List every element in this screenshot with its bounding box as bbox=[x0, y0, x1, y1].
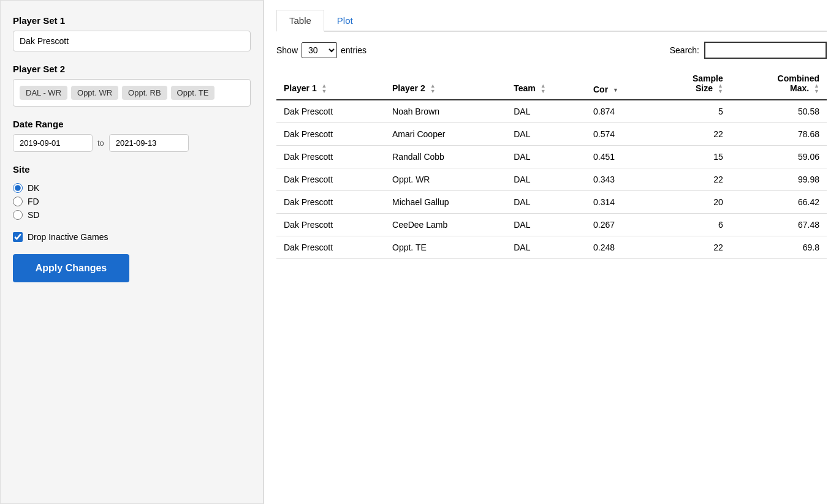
date-from-input[interactable] bbox=[13, 134, 93, 152]
right-panel: Table Plot Show 10 25 30 50 100 entries … bbox=[264, 0, 839, 504]
table-row: Dak Prescott Oppt. TE DAL 0.248 22 69.8 bbox=[276, 236, 827, 259]
cell-cor: 0.574 bbox=[586, 123, 653, 146]
cell-combined-max: 50.58 bbox=[731, 100, 827, 123]
site-radio-dk[interactable] bbox=[13, 183, 23, 193]
cell-player1: Dak Prescott bbox=[276, 214, 385, 236]
date-separator: to bbox=[97, 138, 104, 148]
table-row: Dak Prescott Randall Cobb DAL 0.451 15 5… bbox=[276, 146, 827, 168]
cell-cor: 0.248 bbox=[586, 236, 653, 259]
entries-select[interactable]: 10 25 30 50 100 bbox=[302, 42, 337, 58]
tag-oppt-rb[interactable]: Oppt. RB bbox=[122, 86, 167, 100]
cell-team: DAL bbox=[506, 123, 586, 146]
cell-player2: Amari Cooper bbox=[385, 123, 506, 146]
player-set-1-section: Player Set 1 bbox=[13, 15, 251, 51]
tab-plot[interactable]: Plot bbox=[324, 10, 366, 31]
player-set-1-label: Player Set 1 bbox=[13, 15, 251, 26]
cell-combined-max: 59.06 bbox=[731, 146, 827, 168]
site-radio-fd[interactable] bbox=[13, 197, 23, 206]
cell-combined-max: 78.68 bbox=[731, 123, 827, 146]
cell-team: DAL bbox=[506, 168, 586, 191]
date-range-label: Date Range bbox=[13, 119, 251, 129]
cell-player1: Dak Prescott bbox=[276, 168, 385, 191]
tag-dal-wr[interactable]: DAL - WR bbox=[20, 86, 67, 100]
drop-inactive-checkbox[interactable] bbox=[13, 232, 23, 242]
tag-oppt-wr[interactable]: Oppt. WR bbox=[71, 86, 118, 100]
date-to-input[interactable] bbox=[109, 134, 189, 152]
col-sample-size[interactable]: SampleSize bbox=[653, 69, 730, 100]
site-section: Site DK FD SD bbox=[13, 164, 251, 220]
cell-player1: Dak Prescott bbox=[276, 236, 385, 259]
cell-player1: Dak Prescott bbox=[276, 146, 385, 168]
player-set-1-input[interactable] bbox=[13, 31, 251, 51]
left-panel: Player Set 1 Player Set 2 DAL - WR Oppt.… bbox=[0, 0, 264, 504]
table-row: Dak Prescott CeeDee Lamb DAL 0.267 6 67.… bbox=[276, 214, 827, 236]
player-set-2-tags: DAL - WR Oppt. WR Oppt. RB Oppt. TE bbox=[13, 79, 251, 107]
cell-sample-size: 22 bbox=[653, 168, 730, 191]
col-cor[interactable]: Cor bbox=[586, 69, 653, 100]
search-label: Search: bbox=[670, 45, 699, 55]
controls-row: Show 10 25 30 50 100 entries Search: bbox=[276, 42, 827, 59]
table-row: Dak Prescott Amari Cooper DAL 0.574 22 7… bbox=[276, 123, 827, 146]
site-radio-group: DK FD SD bbox=[13, 183, 251, 220]
drop-inactive-checkbox-row[interactable]: Drop Inactive Games bbox=[13, 232, 251, 242]
cell-player1: Dak Prescott bbox=[276, 100, 385, 123]
site-radio-sd[interactable] bbox=[13, 210, 23, 220]
col-combined-max[interactable]: CombinedMax. bbox=[731, 69, 827, 100]
cell-cor: 0.451 bbox=[586, 146, 653, 168]
date-range-row: to bbox=[13, 134, 251, 152]
cell-player2: Oppt. WR bbox=[385, 168, 506, 191]
cell-sample-size: 22 bbox=[653, 123, 730, 146]
date-range-section: Date Range to bbox=[13, 119, 251, 152]
site-label-fd: FD bbox=[28, 197, 39, 206]
tab-table[interactable]: Table bbox=[276, 10, 324, 32]
player-set-2-label: Player Set 2 bbox=[13, 64, 251, 74]
cell-player1: Dak Prescott bbox=[276, 191, 385, 214]
drop-inactive-label: Drop Inactive Games bbox=[28, 232, 108, 242]
col-team[interactable]: Team bbox=[506, 69, 586, 100]
data-table: Player 1 Player 2 Team bbox=[276, 69, 827, 259]
cell-combined-max: 66.42 bbox=[731, 191, 827, 214]
search-row: Search: bbox=[670, 42, 827, 59]
cell-player2: CeeDee Lamb bbox=[385, 214, 506, 236]
cell-player1: Dak Prescott bbox=[276, 123, 385, 146]
cell-team: DAL bbox=[506, 146, 586, 168]
sort-combined-icon bbox=[814, 83, 819, 94]
cell-combined-max: 99.98 bbox=[731, 168, 827, 191]
sort-cor-icon bbox=[613, 88, 618, 93]
table-row: Dak Prescott Noah Brown DAL 0.874 5 50.5… bbox=[276, 100, 827, 123]
table-row: Dak Prescott Oppt. WR DAL 0.343 22 99.98 bbox=[276, 168, 827, 191]
apply-changes-button[interactable]: Apply Changes bbox=[13, 254, 129, 282]
entries-label: entries bbox=[341, 45, 366, 55]
sort-sample-icon bbox=[718, 83, 723, 94]
table-header-row: Player 1 Player 2 Team bbox=[276, 69, 827, 100]
tag-oppt-te[interactable]: Oppt. TE bbox=[171, 86, 215, 100]
cell-player2: Noah Brown bbox=[385, 100, 506, 123]
sort-player1-icon bbox=[322, 83, 327, 94]
cell-sample-size: 15 bbox=[653, 146, 730, 168]
site-option-fd[interactable]: FD bbox=[13, 197, 251, 206]
cell-sample-size: 5 bbox=[653, 100, 730, 123]
cell-cor: 0.874 bbox=[586, 100, 653, 123]
show-label: Show bbox=[276, 45, 298, 55]
cell-sample-size: 6 bbox=[653, 214, 730, 236]
cell-combined-max: 69.8 bbox=[731, 236, 827, 259]
cell-player2: Michael Gallup bbox=[385, 191, 506, 214]
cell-player2: Oppt. TE bbox=[385, 236, 506, 259]
site-label-sd: SD bbox=[28, 210, 39, 220]
site-option-dk[interactable]: DK bbox=[13, 183, 251, 193]
cell-sample-size: 22 bbox=[653, 236, 730, 259]
cell-sample-size: 20 bbox=[653, 191, 730, 214]
col-player2[interactable]: Player 2 bbox=[385, 69, 506, 100]
cell-combined-max: 67.48 bbox=[731, 214, 827, 236]
cell-cor: 0.314 bbox=[586, 191, 653, 214]
cell-team: DAL bbox=[506, 214, 586, 236]
player-set-2-section: Player Set 2 DAL - WR Oppt. WR Oppt. RB … bbox=[13, 64, 251, 107]
show-entries-row: Show 10 25 30 50 100 entries bbox=[276, 42, 366, 58]
site-label: Site bbox=[13, 164, 251, 175]
site-option-sd[interactable]: SD bbox=[13, 210, 251, 220]
search-input[interactable] bbox=[704, 42, 827, 59]
sort-player2-icon bbox=[430, 83, 436, 94]
sort-team-icon bbox=[541, 83, 546, 94]
col-player1[interactable]: Player 1 bbox=[276, 69, 385, 100]
cell-player2: Randall Cobb bbox=[385, 146, 506, 168]
